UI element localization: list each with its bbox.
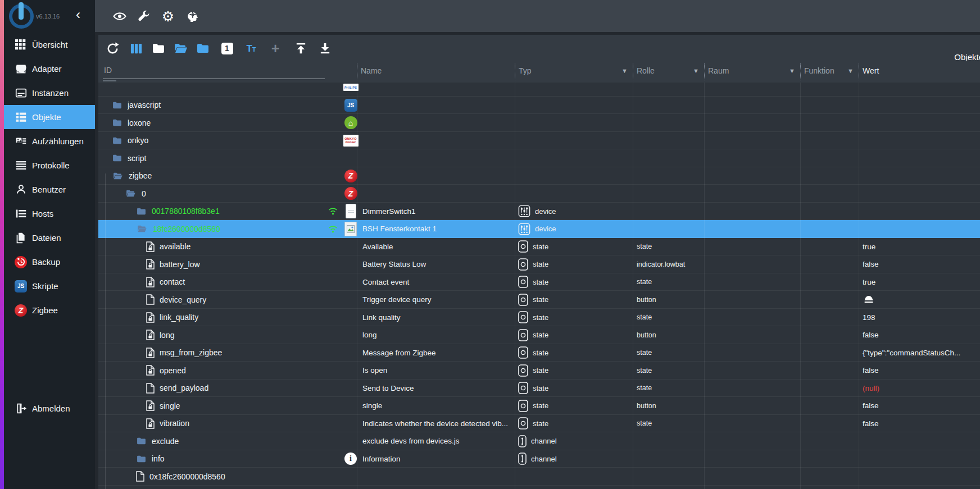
table-row-msg_from_zigbee[interactable]: msg_from_zigbeeMessage from Zigbee state…	[98, 344, 980, 362]
sidebar-item-aufz-hlungen[interactable]: Aufzählungen	[4, 129, 95, 153]
cell-id: msg_from_zigbee	[98, 344, 405, 362]
folder-open-icon[interactable]	[173, 41, 188, 56]
cell-wert[interactable]: true	[863, 273, 976, 291]
refresh-icon[interactable]	[105, 41, 120, 56]
sidebar-item-logout[interactable]: Abmelden	[4, 396, 95, 421]
table-row-vibration[interactable]: vibrationIndicates whether the device de…	[98, 415, 980, 433]
table-row-onkyo[interactable]: onkyoONKYOPioneer	[98, 132, 980, 150]
cell-wert[interactable]: false	[863, 255, 976, 273]
column-header-rolle[interactable]: Rolle	[637, 66, 655, 75]
brand-gradient-stripe	[0, 0, 4, 489]
add-icon[interactable]: +	[268, 41, 283, 56]
sidebar-item-skripte[interactable]: JSSkripte	[4, 274, 95, 298]
row-id: onkyo	[128, 136, 148, 145]
onkyo-adapter-icon: ONKYOPioneer	[343, 135, 359, 147]
sidebar-collapse-icon[interactable]: ‹	[76, 7, 80, 22]
cell-wert[interactable]: false	[863, 326, 976, 344]
cell-wert[interactable]: false	[863, 362, 976, 379]
id-filter-input[interactable]	[103, 65, 324, 75]
column-resize-handle[interactable]	[515, 63, 515, 80]
column-resize-handle[interactable]	[357, 63, 357, 80]
text-size-icon[interactable]: TT	[244, 41, 258, 56]
column-header-raum[interactable]: Raum	[708, 66, 729, 75]
cell-wert[interactable]: false	[863, 397, 976, 414]
cell-wert[interactable]	[863, 291, 976, 308]
cell-name: long	[362, 326, 511, 344]
sidebar-item-adapter[interactable]: Adapter	[4, 57, 95, 81]
table-row-send_payload[interactable]: send_payloadSend to Device statestate(nu…	[98, 380, 980, 397]
objects-panel: Objekte 1TT+ NameTyp▼Rolle▼Raum▼Funktion…	[98, 35, 980, 489]
table-row-info[interactable]: infoiInformation channel	[98, 450, 980, 468]
eye-icon[interactable]	[113, 10, 126, 23]
table-row-0017880108f8b3e1[interactable]: 0017880108f8b3e1DimmerSwitch1 device	[98, 203, 980, 221]
column-header-wert[interactable]: Wert	[863, 66, 879, 75]
sidebar-item--bersicht[interactable]: Übersicht	[4, 33, 95, 57]
columns-icon[interactable]	[129, 41, 143, 56]
table-row-long[interactable]: longlong statebuttonfalse	[98, 326, 980, 344]
cell-id: device_query	[98, 291, 405, 308]
folder-closed-icon[interactable]	[151, 41, 166, 56]
cell-rolle: state	[637, 362, 652, 379]
sidebar-item-hosts[interactable]: Hosts	[4, 202, 95, 226]
sidebar-item-instanzen[interactable]: Instanzen	[4, 81, 95, 105]
column-header-name[interactable]: Name	[361, 66, 382, 75]
gear-icon[interactable]: ⚙	[161, 10, 175, 23]
row-id: 0	[142, 189, 146, 198]
table-row-battery_low[interactable]: battery_lowBattery Status Low stateindic…	[98, 255, 980, 273]
column-header-typ[interactable]: Typ	[519, 66, 532, 75]
column-header-funktion[interactable]: Funktion	[804, 66, 834, 75]
zigbee-adapter-icon: Z	[344, 187, 357, 200]
filter-dropdown-icon[interactable]: ▼	[693, 67, 699, 74]
column-resize-handle[interactable]	[800, 63, 801, 80]
table-row-zigbee[interactable]: zigbeeZ	[98, 167, 980, 185]
sidebar-item-dateien[interactable]: Dateien	[4, 226, 95, 250]
expert-mode-icon[interactable]	[185, 10, 199, 23]
table-row-0[interactable]: 0Z	[98, 185, 980, 203]
cell-wert[interactable]: (null)	[863, 380, 976, 397]
expand-level-1-icon[interactable]: 1	[220, 41, 234, 56]
wrench-icon[interactable]	[137, 10, 151, 23]
filter-dropdown-icon[interactable]: ▼	[847, 67, 854, 74]
cell-wert[interactable]: 198	[863, 309, 976, 326]
table-row-available[interactable]: availableAvailable statestatetrue	[98, 238, 980, 256]
table-row-exclude[interactable]: excludeexclude devs from devices.js chan…	[98, 432, 980, 450]
table-row-loxone[interactable]: loxone⌂	[98, 114, 980, 132]
column-resize-handle[interactable]	[633, 63, 633, 80]
cell-name: DimmerSwitch1	[362, 203, 511, 220]
filter-dropdown-icon[interactable]: ▼	[789, 67, 795, 74]
cell-wert[interactable]: false	[863, 415, 976, 432]
sidebar-item-backup[interactable]: Backup	[4, 250, 95, 274]
filter-dropdown-icon[interactable]: ▼	[621, 67, 628, 74]
folder-blue-icon[interactable]	[196, 41, 210, 56]
philips-logo-icon: PHILIPS	[343, 84, 359, 91]
state-type-icon	[518, 329, 528, 341]
sidebar-item-protokolle[interactable]: Protokolle	[4, 153, 95, 177]
table-row-18fc2600000d8560[interactable]: 18fc2600000d8560BSH Fensterkontakt 1 dev…	[98, 220, 980, 238]
id-filter-underline	[103, 79, 325, 79]
wifi-signal-icon	[328, 203, 338, 220]
row-id: 0017880108f8b3e1	[152, 207, 220, 216]
sidebar-item-objekte[interactable]: Objekte	[4, 105, 95, 129]
folder-open-icon	[112, 171, 124, 181]
folder-icon	[136, 454, 147, 464]
sidebar-item-zigbee[interactable]: ZZigbee	[4, 298, 95, 322]
column-resize-handle[interactable]	[704, 63, 705, 80]
table-row-partial[interactable]: PHILIPS	[98, 83, 980, 97]
cell-typ: state	[518, 362, 548, 379]
table-row-0x18fc2600000d8560[interactable]: 0x18fc2600000d8560	[98, 468, 980, 486]
table-row-contact[interactable]: contactContact event statestatetrue	[98, 273, 980, 291]
table-row-script[interactable]: script	[98, 149, 980, 167]
store-icon	[15, 63, 27, 75]
collapse-top-icon[interactable]	[293, 41, 308, 56]
table-row-opened[interactable]: openedIs open statestatefalse	[98, 362, 980, 380]
table-row-link_quality[interactable]: link_qualityLink quality statestate198	[98, 309, 980, 327]
cell-wert[interactable]: {"type":"commandStatusCh...	[863, 344, 976, 362]
cell-wert[interactable]: true	[863, 238, 976, 255]
download-icon[interactable]	[317, 41, 332, 56]
table-row-device_query[interactable]: device_queryTrigger device query statebu…	[98, 291, 980, 309]
table-row-single[interactable]: singlesingle statebuttonfalse	[98, 397, 980, 415]
column-resize-handle[interactable]	[859, 63, 859, 80]
table-row-javascript[interactable]: javascriptJS	[98, 97, 980, 115]
enum-icon	[15, 135, 27, 148]
sidebar-item-benutzer[interactable]: Benutzer	[4, 177, 95, 202]
